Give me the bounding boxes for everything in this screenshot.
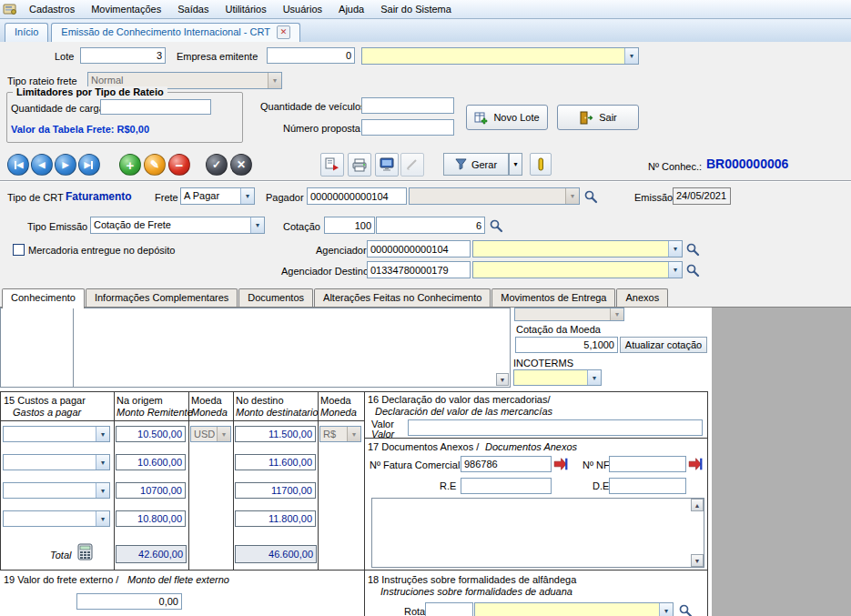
close-icon[interactable]: ✕: [277, 25, 290, 39]
de-input[interactable]: [609, 478, 686, 494]
cotacao-search-icon[interactable]: [489, 218, 503, 233]
preview-screen-button[interactable]: [375, 153, 399, 177]
cost-dest-row2[interactable]: 11.600,00: [235, 454, 316, 470]
gerar-dropdown-button[interactable]: ▾: [509, 153, 522, 176]
cost-type-combo-row4-value: [4, 511, 96, 526]
chevron-down-icon: ▾: [96, 455, 109, 470]
first-record-button[interactable]: ◀: [7, 154, 29, 176]
rota-input[interactable]: [425, 602, 473, 616]
agenciador-search-icon[interactable]: [685, 242, 700, 257]
cotacao-seq-input[interactable]: [376, 217, 485, 234]
menu-cadastros[interactable]: Cadastros: [21, 1, 83, 17]
cost-dest-row3[interactable]: 11700,00: [235, 482, 316, 499]
cost-type-combo-row3[interactable]: ▾: [3, 482, 110, 499]
printer-button[interactable]: [348, 153, 371, 177]
cotacao-num-input[interactable]: [324, 217, 375, 234]
agenciador-destino-combo-value: [473, 262, 668, 278]
delete-record-button[interactable]: −: [168, 154, 190, 176]
cotacao-moeda-input[interactable]: [515, 337, 618, 353]
agenciador-destino-combo[interactable]: ▾: [472, 261, 683, 278]
empresa-emitente-input[interactable]: [267, 47, 355, 64]
print-document-button[interactable]: [320, 153, 344, 177]
cost-origin-row3[interactable]: 10700,00: [116, 482, 186, 499]
num-proposta-input[interactable]: [361, 119, 454, 136]
incoterms-combo[interactable]: ▾: [513, 369, 602, 386]
calculator-icon[interactable]: [76, 543, 95, 563]
nf-insert-icon[interactable]: [688, 456, 703, 474]
scroll-down-button[interactable]: ▼: [496, 373, 509, 386]
cost-type-combo-row4[interactable]: ▾: [3, 510, 110, 527]
menu-movimentacoes[interactable]: Movimentações: [83, 1, 169, 17]
cost-origin-row1[interactable]: 10.500,00: [116, 426, 186, 442]
cost-dest-row4[interactable]: 11.800,00: [235, 510, 316, 527]
fatura-comercial-input[interactable]: [461, 456, 552, 472]
cost-origin-row2[interactable]: 10.600,00: [116, 454, 186, 470]
qtd-cargas-input[interactable]: [100, 99, 211, 115]
tipo-emissao-combo[interactable]: Cotação de Frete ▾: [90, 217, 265, 234]
documentos-notes-textarea[interactable]: [371, 498, 704, 568]
pagador-search-icon[interactable]: [583, 189, 598, 204]
table-col-line-4: [318, 391, 319, 570]
cost-type-combo-row2[interactable]: ▾: [3, 454, 110, 470]
tab-conhecimento[interactable]: Conhecimento: [2, 288, 85, 308]
agenciador-destino-input[interactable]: [367, 261, 471, 278]
fatura-insert-icon[interactable]: [553, 456, 568, 474]
moeda-combo-value: [515, 308, 610, 320]
chevron-down-icon: ▾: [96, 511, 109, 526]
tab-anexos[interactable]: Anexos: [616, 288, 668, 307]
next-record-button[interactable]: ▶: [55, 154, 76, 176]
frete-combo[interactable]: A Pagar ▾: [180, 187, 255, 205]
menu-sair-do-sistema[interactable]: Sair do Sistema: [372, 1, 460, 17]
edit-record-button[interactable]: ✎: [144, 154, 166, 176]
column-tool-button[interactable]: [530, 153, 552, 176]
menu-usuarios[interactable]: Usuários: [275, 1, 330, 17]
cost-dest-row1[interactable]: 11.500,00: [235, 426, 316, 442]
tab-inicio[interactable]: Início: [5, 23, 48, 42]
tab-movimentos-entrega[interactable]: Movimentos de Entrega: [491, 288, 615, 307]
last-record-button[interactable]: ▶: [78, 154, 100, 176]
tab-alteracoes[interactable]: Alterações Feitas no Conhecimento: [314, 288, 491, 307]
cost-origin-row4[interactable]: 10.800,00: [116, 510, 186, 527]
previous-record-button[interactable]: ◀: [31, 154, 53, 176]
rota-combo[interactable]: ▾: [474, 602, 674, 616]
empresa-emitente-combo[interactable]: ▾: [361, 47, 639, 65]
detail-tabbar: Conhecimento Informações Complementares …: [2, 288, 669, 307]
rota-search-icon[interactable]: [678, 603, 693, 616]
agenciador-combo[interactable]: ▾: [472, 240, 683, 258]
novo-lote-button[interactable]: Novo Lote: [466, 105, 548, 130]
re-input[interactable]: [461, 478, 552, 494]
menu-utilitarios[interactable]: Utilitários: [217, 1, 274, 17]
agenciador-destino-search-icon[interactable]: [685, 263, 700, 278]
nf-input[interactable]: [609, 456, 686, 472]
alfandega-subtitle: Instruciones sobre formalidades de aduan…: [380, 586, 572, 597]
tab-crt[interactable]: Emissão de Conhecimento Internacional - …: [51, 23, 300, 42]
notes-scroll-down-button[interactable]: ▼: [691, 554, 704, 567]
frete-externo-input[interactable]: [76, 593, 182, 610]
chevron-down-icon: ▾: [668, 241, 682, 257]
cost-dest-currency-row1-value: R$: [320, 427, 347, 441]
costs-col2-header: Na origem: [117, 395, 163, 406]
costs-col3-subheader: Moneda: [191, 407, 228, 418]
cancel-button[interactable]: ✕: [230, 154, 252, 176]
agenciador-input[interactable]: [367, 240, 471, 258]
agenciador-label: Agenciador: [316, 245, 367, 256]
qtd-veiculos-input[interactable]: [361, 97, 454, 114]
gerar-button[interactable]: Gerar: [443, 153, 509, 176]
add-record-button[interactable]: +: [119, 154, 141, 176]
notes-scroll-up-button[interactable]: ▲: [691, 499, 704, 511]
chevron-down-icon: ▾: [217, 427, 230, 441]
tab-inicio-label: Início: [15, 26, 38, 37]
declaracao-valor-input[interactable]: [408, 419, 703, 436]
tab-documentos[interactable]: Documentos: [238, 288, 313, 307]
menu-saidas[interactable]: Saídas: [169, 1, 217, 17]
lote-input[interactable]: [80, 47, 166, 64]
confirm-button[interactable]: ✓: [206, 154, 228, 176]
pagador-input[interactable]: [307, 187, 407, 205]
sair-button[interactable]: Sair: [557, 105, 639, 130]
emissao-date-field[interactable]: 24/05/2021: [673, 187, 731, 205]
menu-ajuda[interactable]: Ajuda: [330, 1, 372, 17]
cost-type-combo-row1[interactable]: ▾: [3, 426, 110, 442]
tab-informacoes-complementares[interactable]: Informações Complementares: [86, 288, 238, 307]
atualizar-cotacao-button[interactable]: Atualizar cotação: [620, 337, 707, 353]
mercadoria-checkbox[interactable]: [13, 244, 25, 256]
